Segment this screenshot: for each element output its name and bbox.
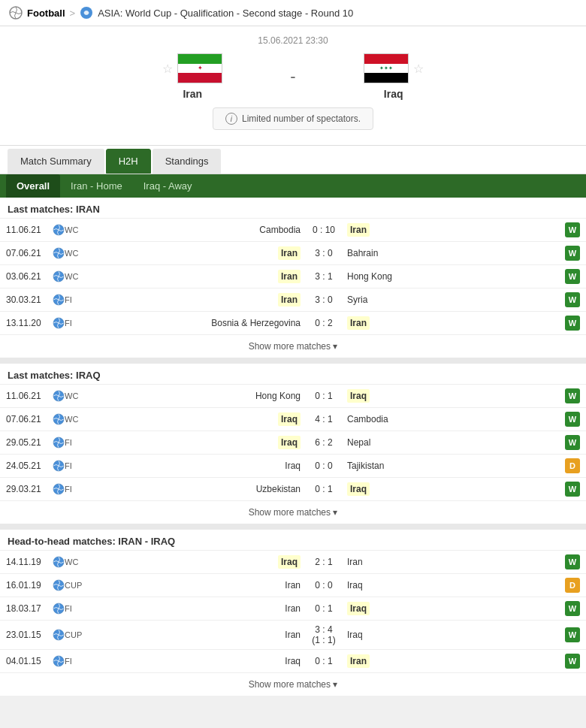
sub-tab-overall[interactable]: Overall <box>6 174 60 198</box>
competition-globe-icon <box>53 579 65 591</box>
match-home-team: Cambodia <box>87 225 305 235</box>
away-favorite-star[interactable]: ☆ <box>413 62 424 76</box>
match-score: 3 : 0 <box>305 295 343 305</box>
match-away-team: Iran <box>343 225 560 235</box>
away-team-name[interactable]: Iraq <box>384 88 403 100</box>
match-score: 0 : 1 <box>305 603 343 614</box>
match-comp-code: CUP <box>65 630 87 639</box>
table-row[interactable]: 07.06.21 WC Iran 3 : 0 Bahrain W <box>0 241 586 264</box>
match-date-cell: 29.05.21 <box>6 437 53 448</box>
iran-show-more[interactable]: Show more matches ▾ <box>0 334 586 358</box>
match-date: 15.06.2021 23:30 <box>0 35 586 46</box>
table-row[interactable]: 11.06.21 WC Hong Kong 0 : 1 Iraq W <box>0 384 586 407</box>
iran-matches-list: 11.06.21 WC Cambodia 0 : 10 Iran W 07.06… <box>0 218 586 334</box>
teams-row: ☆ ✦ Iran - ✦✦✦ ☆ Iraq <box>0 53 586 100</box>
match-comp-code: CUP <box>65 581 87 590</box>
table-row[interactable]: 13.11.20 FI Bosnia & Herzegovina 0 : 2 I… <box>0 311 586 334</box>
h2h-section-title: Head-to-head matches: IRAN - IRAQ <box>0 530 586 550</box>
match-comp-code: WC <box>65 249 87 258</box>
tab-standings[interactable]: Standings <box>153 149 222 174</box>
table-row[interactable]: 18.03.17 FI Iran 0 : 1 Iraq W <box>0 597 586 620</box>
match-home-team: Iraq <box>87 656 305 666</box>
tab-match-summary[interactable]: Match Summary <box>8 149 104 174</box>
match-home-team: Iran <box>87 271 305 282</box>
table-row[interactable]: 23.01.15 CUP Iran 3 : 4(1 : 1) Iraq W <box>0 620 586 649</box>
result-badge: W <box>565 482 580 497</box>
match-comp-code: WC <box>65 272 87 281</box>
match-comp-code: WC <box>65 415 87 424</box>
result-badge: W <box>565 654 580 669</box>
match-comp-code: WC <box>65 557 87 566</box>
result-badge: W <box>565 435 580 450</box>
iraq-flag: ✦✦✦ <box>364 53 409 83</box>
competition-globe-icon <box>53 294 65 306</box>
match-comp-code: FI <box>65 657 87 666</box>
table-row[interactable]: 03.06.21 WC Iran 3 : 1 Hong Kong W <box>0 264 586 288</box>
match-date-cell: 04.01.15 <box>6 656 53 666</box>
match-comp-code: FI <box>65 438 87 447</box>
match-score: 0 : 2 <box>305 318 343 328</box>
competition-globe-icon <box>53 460 65 472</box>
match-home-team: Hong Kong <box>87 391 305 401</box>
sub-tabs: Overall Iran - Home Iraq - Away <box>0 174 586 198</box>
iran-section-title: Last matches: IRAN <box>0 198 586 218</box>
match-score: 4 : 1 <box>305 414 343 424</box>
match-away-team: Iran <box>343 557 560 567</box>
table-row[interactable]: 24.05.21 FI Iraq 0 : 0 Tajikistan D <box>0 454 586 477</box>
match-home-team: Iran <box>87 580 305 591</box>
match-away-team: Hong Kong <box>343 271 560 282</box>
table-row[interactable]: 11.06.21 WC Cambodia 0 : 10 Iran W <box>0 218 586 241</box>
match-comp-code: FI <box>65 461 87 470</box>
result-badge: W <box>565 269 580 284</box>
sub-tab-iraq-away[interactable]: Iraq - Away <box>133 174 203 198</box>
h2h-content: Last matches: IRAN 11.06.21 WC Cambodia … <box>0 198 586 696</box>
table-row[interactable]: 07.06.21 WC Iraq 4 : 1 Cambodia W <box>0 407 586 430</box>
result-badge: W <box>565 412 580 427</box>
result-badge: D <box>565 578 580 593</box>
match-score: 2 : 1 <box>305 557 343 567</box>
match-home-team: Iran <box>87 295 305 305</box>
match-date-cell: 24.05.21 <box>6 461 53 471</box>
competition-globe-icon <box>53 483 65 495</box>
info-icon: i <box>225 113 237 125</box>
tab-h2h[interactable]: H2H <box>106 149 151 174</box>
iraq-show-more[interactable]: Show more matches ▾ <box>0 500 586 524</box>
match-comp-code: FI <box>65 604 87 613</box>
breadcrumb-competition[interactable]: ASIA: World Cup - Qualification - Second… <box>98 8 353 19</box>
match-score: 0 : 0 <box>305 580 343 591</box>
table-row[interactable]: 04.01.15 FI Iraq 0 : 1 Iran W <box>0 649 586 672</box>
h2h-show-more[interactable]: Show more matches ▾ <box>0 672 586 696</box>
notice-bar: i Limited number of spectators. <box>213 107 373 130</box>
table-row[interactable]: 29.03.21 FI Uzbekistan 0 : 1 Iraq W <box>0 477 586 500</box>
h2h-matches-list: 14.11.19 WC Iraq 2 : 1 Iran W 16.01.19 C… <box>0 550 586 672</box>
notice-text: Limited number of spectators. <box>242 113 361 124</box>
iraq-matches-list: 11.06.21 WC Hong Kong 0 : 1 Iraq W 07.06… <box>0 384 586 500</box>
match-date-cell: 18.03.17 <box>6 603 53 614</box>
competition-globe-icon <box>53 436 65 449</box>
breadcrumb-sep1: > <box>70 8 76 19</box>
match-score: 6 : 2 <box>305 437 343 448</box>
match-away-team: Iran <box>343 656 560 666</box>
match-date-cell: 11.06.21 <box>6 225 53 235</box>
match-score: 0 : 1 <box>305 391 343 401</box>
match-comp-code: FI <box>65 485 87 494</box>
section-divider-1 <box>0 358 586 364</box>
result-badge: W <box>565 627 580 642</box>
breadcrumb-sport[interactable]: Football <box>27 8 65 19</box>
table-row[interactable]: 16.01.19 CUP Iran 0 : 0 Iraq D <box>0 573 586 597</box>
match-score: 3 : 0 <box>305 248 343 258</box>
match-date-cell: 29.03.21 <box>6 484 53 494</box>
competition-globe-icon <box>53 390 65 402</box>
table-row[interactable]: 30.03.21 FI Iran 3 : 0 Syria W <box>0 288 586 311</box>
match-away-team: Iraq <box>343 580 560 591</box>
table-row[interactable]: 14.11.19 WC Iraq 2 : 1 Iran W <box>0 550 586 573</box>
sport-icon <box>9 6 23 20</box>
home-team-name[interactable]: Iran <box>183 88 202 100</box>
sub-tab-iran-home[interactable]: Iran - Home <box>60 174 133 198</box>
result-badge: W <box>565 246 580 261</box>
competition-globe-icon <box>53 655 65 667</box>
table-row[interactable]: 29.05.21 FI Iraq 6 : 2 Nepal W <box>0 430 586 454</box>
home-favorite-star[interactable]: ☆ <box>162 62 173 76</box>
competition-globe-icon <box>53 224 65 236</box>
main-tabs: Match Summary H2H Standings <box>0 145 586 174</box>
